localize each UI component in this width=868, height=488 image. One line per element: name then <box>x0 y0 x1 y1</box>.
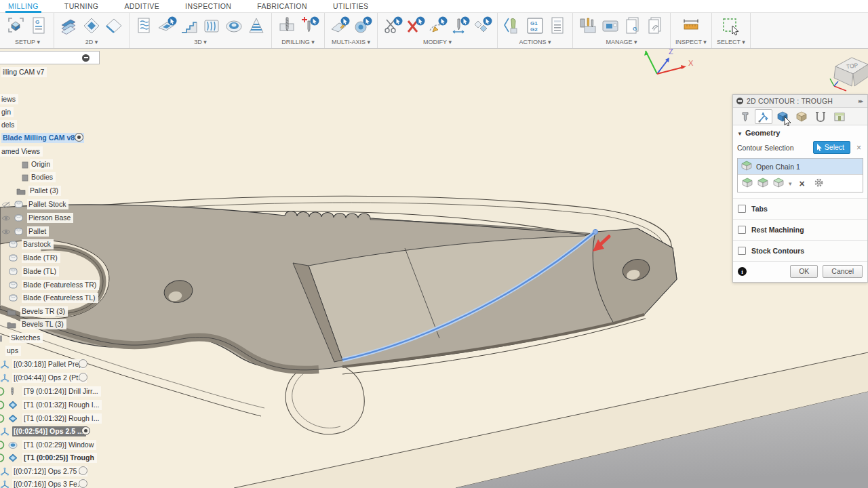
measure-icon[interactable] <box>681 16 701 36</box>
chain-mode-dropdown-icon[interactable]: ▾ <box>789 180 792 187</box>
checkbox-stock-contours[interactable] <box>738 247 746 255</box>
templates-icon[interactable] <box>645 16 665 36</box>
tab-utilities[interactable]: UTILITIES <box>332 1 370 12</box>
tab-additive[interactable]: ADDITIVE <box>123 1 161 12</box>
browser-row-blade-featureless-tr[interactable]: Blade (Featureless TR) <box>0 279 108 291</box>
eye-icon[interactable] <box>1 226 11 239</box>
checkbox-rest-machining[interactable] <box>738 226 746 234</box>
contour-2d-icon[interactable] <box>104 16 124 36</box>
trim-toolpath-icon[interactable] <box>382 16 403 36</box>
browser-row-illing-cam-v7[interactable]: illing CAM v7 <box>0 66 108 78</box>
browser-row-label[interactable]: [(0:02:54)] Ops 2.5 ... <box>12 426 86 436</box>
chain-settings-gear-icon[interactable] <box>814 178 824 189</box>
browser-row-pallet[interactable]: Pallet <box>0 226 108 237</box>
eyeoff-icon[interactable] <box>1 199 11 211</box>
group-label-2d[interactable]: 2D ▾ <box>85 39 98 45</box>
browser-row-t1-0-00-25-trough[interactable]: [T1 (0:00:25)] Trough <box>0 452 108 464</box>
browser-row-label[interactable]: Pallet <box>27 226 49 237</box>
chain-list-item[interactable]: Open Chain 1 <box>738 159 863 175</box>
browser-row-label[interactable]: dels <box>0 120 17 130</box>
browser-row-ups[interactable]: ups <box>0 345 108 357</box>
browser-row-label[interactable]: [(0:04:44)] Ops 2 (Pt... <box>12 373 87 383</box>
clear-selection-icon[interactable]: × <box>854 143 863 152</box>
browser-row-label[interactable]: [(0:07:16)] Ops 3 Fe... <box>12 479 86 488</box>
browser-row-label[interactable]: Bevels TL (3) <box>20 319 66 329</box>
group-label-inspect[interactable]: INSPECT ▾ <box>675 39 707 45</box>
active-setup-radio[interactable] <box>79 479 87 488</box>
active-setup-radio[interactable] <box>75 133 83 142</box>
browser-row-0-07-12-ops-2-75[interactable]: [(0:07:12)] Ops 2.75 ... <box>0 466 108 477</box>
tab-fabrication[interactable]: FABRICATION <box>256 1 309 12</box>
tab-inspection[interactable]: INSPECTION <box>184 1 233 12</box>
tool-tab[interactable] <box>736 109 753 124</box>
scallop-icon[interactable] <box>224 16 244 36</box>
browser-row-label[interactable]: iews <box>0 94 18 104</box>
browser-row-iews[interactable]: iews <box>0 94 108 105</box>
rotary-icon[interactable] <box>352 16 372 36</box>
steps-icon[interactable] <box>179 16 199 36</box>
browser-row-t1-0-01-32-rough-i[interactable]: [T1 (0:01:32)] Rough I... <box>0 399 108 411</box>
passes-tab[interactable] <box>793 109 810 124</box>
browser-row-label[interactable]: Blade (TR) <box>22 253 60 263</box>
browser-row-label[interactable]: ups <box>5 346 21 356</box>
browser-row-label[interactable]: [T1 (0:00:25)] Trough <box>22 453 97 463</box>
browser-row-label[interactable]: amed Views <box>0 146 43 157</box>
collapse-dialog-icon[interactable]: ▸▸ <box>859 98 864 104</box>
heights-tab[interactable] <box>774 109 791 124</box>
window-select-icon[interactable] <box>721 16 741 36</box>
tab-turning[interactable]: TURNING <box>63 1 100 12</box>
pattern-icon[interactable] <box>472 16 492 36</box>
setup-box-icon[interactable] <box>6 16 26 36</box>
browser-row-dels[interactable]: dels <box>0 119 108 131</box>
browser-row-label[interactable]: Pierson Base <box>27 213 73 223</box>
browser-row-label[interactable]: Barstock <box>22 239 54 249</box>
browser-row-bevels-tl-3[interactable]: Bevels TL (3) <box>0 319 108 330</box>
browser-row-label[interactable]: [T9 (0:01:24)] Drill Jirr... <box>22 386 101 396</box>
browser-row-pierson-base[interactable]: Pierson Base <box>0 212 108 224</box>
parallel-icon[interactable] <box>201 16 222 36</box>
browser-row-origin[interactable]: Origin <box>0 159 108 170</box>
adaptive-clearing-icon[interactable] <box>134 16 155 36</box>
browser-row-pallet-3[interactable]: Pallet (3) <box>0 185 108 197</box>
group-label-setup[interactable]: SETUP ▾ <box>15 39 40 45</box>
eye-icon[interactable] <box>1 213 11 225</box>
simulate-icon[interactable] <box>502 16 523 36</box>
active-setup-radio[interactable] <box>81 426 90 435</box>
browser-row-label[interactable]: Sketches <box>9 333 43 343</box>
edit-tool-icon[interactable] <box>450 16 470 36</box>
info-icon[interactable]: i <box>738 267 747 276</box>
select-button[interactable]: Select <box>813 141 850 154</box>
browser-row-bodies[interactable]: Bodies <box>0 171 108 183</box>
active-setup-radio[interactable] <box>79 373 87 382</box>
active-setup-radio[interactable] <box>79 359 87 368</box>
post-process-icon[interactable]: G1G2 <box>525 16 545 36</box>
browser-row-label[interactable]: [(0:30:18)] Pallet Prep <box>12 359 85 369</box>
browser-row-pallet-stock[interactable]: Pallet Stock <box>0 199 108 210</box>
misc-tab[interactable] <box>831 109 848 124</box>
browser-row-0-30-18-pallet-prep[interactable]: [(0:30:18)] Pallet Prep <box>0 359 108 370</box>
chain-mode-1-icon[interactable] <box>742 178 753 189</box>
nc-program-icon[interactable]: G <box>28 16 49 36</box>
browser-row-blade-milling-cam-v8-1[interactable]: Blade Milling CAM v8:1 <box>0 132 108 144</box>
geometry-tab[interactable] <box>755 109 772 124</box>
machine-library-icon[interactable] <box>600 16 620 36</box>
ok-button[interactable]: OK <box>790 265 818 278</box>
browser-row-0-04-44-ops-2-pt[interactable]: [(0:04:44)] Ops 2 (Pt... <box>0 372 108 384</box>
browser-row-label[interactable]: Bodies <box>30 172 56 182</box>
chain-mode-2-icon[interactable] <box>757 178 768 189</box>
linking-tab[interactable] <box>812 109 829 124</box>
browser-row-label[interactable]: Pallet Stock <box>27 199 68 209</box>
browser-row-label[interactable]: [T1 (0:02:29)] Window <box>22 440 96 450</box>
browser-row-label[interactable]: illing CAM v7 <box>1 67 47 77</box>
delete-passes-icon[interactable] <box>405 16 425 36</box>
browser-row-amed-views[interactable]: amed Views <box>0 146 108 157</box>
tap-icon[interactable] <box>299 16 319 36</box>
swarf-icon[interactable] <box>330 16 350 36</box>
group-label-manage[interactable]: MANAGE ▾ <box>606 39 637 45</box>
cancel-button[interactable]: Cancel <box>823 265 863 278</box>
tool-library-icon[interactable] <box>578 16 598 36</box>
browser-row-t1-0-02-29-window[interactable]: [T1 (0:02:29)] Window <box>0 439 108 451</box>
browser-row-t9-0-01-24-drill-jirr[interactable]: [T9 (0:01:24)] Drill Jirr... <box>0 386 108 397</box>
browser-filter-bar[interactable] <box>0 51 100 64</box>
chain-mode-3-icon[interactable] <box>773 178 784 189</box>
